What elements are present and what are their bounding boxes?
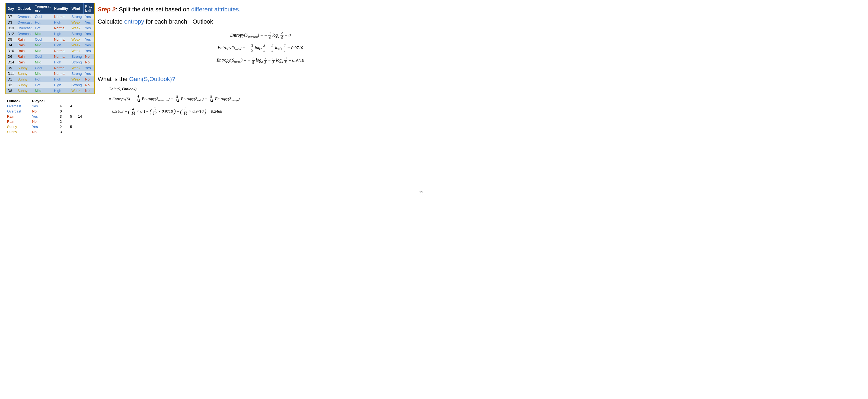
- table-cell: Weak: [70, 88, 83, 94]
- table-cell: Cool: [33, 37, 52, 42]
- table-cell: Mild: [33, 59, 52, 65]
- left-panel: Day Outlook Temperat ure Humility Wind P…: [5, 3, 87, 197]
- table-cell: D14: [6, 59, 16, 65]
- summary-total: [76, 124, 87, 129]
- gain-line-0: Gain(S, Outlook): [108, 85, 423, 93]
- table-cell: Weak: [70, 65, 83, 71]
- table-cell: Normal: [52, 37, 70, 42]
- summary-outlook: Rain: [5, 114, 30, 119]
- table-cell: D1: [6, 76, 16, 82]
- gain-line-2: = 0.9403 − ( 414 × 0 ) − ( 514 × 0.9710 …: [108, 105, 423, 118]
- summary-total: 14: [76, 114, 87, 119]
- table-cell: High: [52, 88, 70, 94]
- summary-play: No: [30, 109, 54, 114]
- table-cell: Sunny: [16, 76, 33, 82]
- table-cell: Strong: [70, 59, 83, 65]
- table-cell: D11: [6, 71, 16, 76]
- spacer: 19: [98, 120, 423, 194]
- summary-total: [76, 104, 87, 109]
- table-cell: Mild: [33, 88, 52, 94]
- entropy-overcast: Entropy(Sovercast) = − 44 log2 44 = 0: [230, 31, 291, 40]
- gain-line-1: = Entropy(S) − 414 Entropy(Sovercast) − …: [108, 95, 423, 103]
- table-cell: D3: [6, 20, 16, 25]
- table-cell: Mild: [33, 71, 52, 76]
- table-cell: Rain: [16, 37, 33, 42]
- summary-total: [76, 119, 87, 124]
- summary-count: 0: [54, 109, 67, 114]
- subtitle-end: for each branch -: [144, 18, 193, 25]
- table-cell: Sunny: [16, 82, 33, 88]
- summary-header: [67, 98, 76, 104]
- summary-group: 5: [67, 124, 76, 129]
- table-cell: Hot: [33, 20, 52, 25]
- summary-play: No: [30, 119, 54, 124]
- table-cell: Normal: [52, 54, 70, 59]
- page-number: 19: [420, 190, 423, 194]
- entropy-sunny: Entropy(Ssunny) = − 25 log2 25 − 35 log2…: [217, 56, 304, 65]
- table-cell: D10: [6, 48, 16, 54]
- table-cell: Normal: [52, 48, 70, 54]
- table-cell: Overcast: [16, 31, 33, 37]
- step-title: Step 2: Split the data set based on diff…: [98, 5, 423, 14]
- col-header-wind: Wind: [70, 3, 83, 14]
- table-cell: Strong: [70, 54, 83, 59]
- table-cell: Normal: [52, 25, 70, 31]
- entropy-highlight: entropy: [124, 18, 144, 25]
- summary-count: 2: [54, 119, 67, 124]
- table-cell: Sunny: [16, 88, 33, 94]
- table-cell: D2: [6, 82, 16, 88]
- table-cell: High: [52, 59, 70, 65]
- table-cell: D5: [6, 37, 16, 42]
- table-cell: Rain: [16, 54, 33, 59]
- table-cell: Mild: [33, 31, 52, 37]
- table-cell: High: [52, 42, 70, 48]
- table-cell: Weak: [70, 48, 83, 54]
- table-cell: Strong: [70, 14, 83, 20]
- table-cell: Hot: [33, 82, 52, 88]
- col-header-humidity: Humility: [52, 3, 70, 14]
- table-cell: D13: [6, 25, 16, 31]
- table-cell: Rain: [16, 59, 33, 65]
- outlook-highlight: Outlook: [193, 18, 213, 25]
- table-cell: D6: [6, 54, 16, 59]
- table-cell: Mild: [33, 42, 52, 48]
- gain-section: What is the Gain(S,Outlook)? Gain(S, Out…: [98, 76, 423, 118]
- table-cell: High: [52, 31, 70, 37]
- table-cell: Mild: [33, 48, 52, 54]
- summary-count: 4: [54, 104, 67, 109]
- table-cell: Hot: [33, 76, 52, 82]
- table-cell: Rain: [16, 42, 33, 48]
- summary-header: [54, 98, 67, 104]
- summary-group: 4: [67, 104, 76, 109]
- summary-header: [76, 98, 87, 104]
- data-table: Day Outlook Temperat ure Humility Wind P…: [5, 3, 95, 94]
- summary-outlook: Overcast: [5, 104, 30, 109]
- table-cell: Weak: [70, 76, 83, 82]
- table-cell: Overcast: [16, 25, 33, 31]
- step-text: : Split the data set based on: [116, 6, 191, 13]
- table-cell: Cool: [33, 65, 52, 71]
- col-header-outlook: Outlook: [16, 3, 33, 14]
- table-cell: Strong: [70, 71, 83, 76]
- table-cell: Weak: [70, 20, 83, 25]
- table-cell: Cool: [33, 54, 52, 59]
- table-cell: Overcast: [16, 20, 33, 25]
- table-cell: Normal: [52, 71, 70, 76]
- gain-title-start: What is the: [98, 76, 129, 82]
- summary-total: [76, 109, 87, 114]
- table-cell: Rain: [16, 48, 33, 54]
- table-cell: D8: [6, 88, 16, 94]
- attr-highlight: different attributes.: [191, 6, 241, 13]
- table-cell: High: [52, 76, 70, 82]
- entropy-rain: Entropy(Srain) = − 35 log2 35 − 25 log2 …: [218, 44, 303, 52]
- summary-total: [76, 129, 87, 134]
- gain-formula: Gain(S, Outlook) = Entropy(S) − 414 Entr…: [108, 85, 423, 118]
- table-cell: Sunny: [16, 65, 33, 71]
- gain-title: What is the Gain(S,Outlook)?: [98, 76, 423, 83]
- table-cell: Weak: [70, 42, 83, 48]
- summary-outlook: Sunny: [5, 124, 30, 129]
- step-label: Step 2: [98, 6, 116, 13]
- summary-play: Yes: [30, 124, 54, 129]
- table-cell: Normal: [52, 14, 70, 20]
- table-cell: Normal: [52, 65, 70, 71]
